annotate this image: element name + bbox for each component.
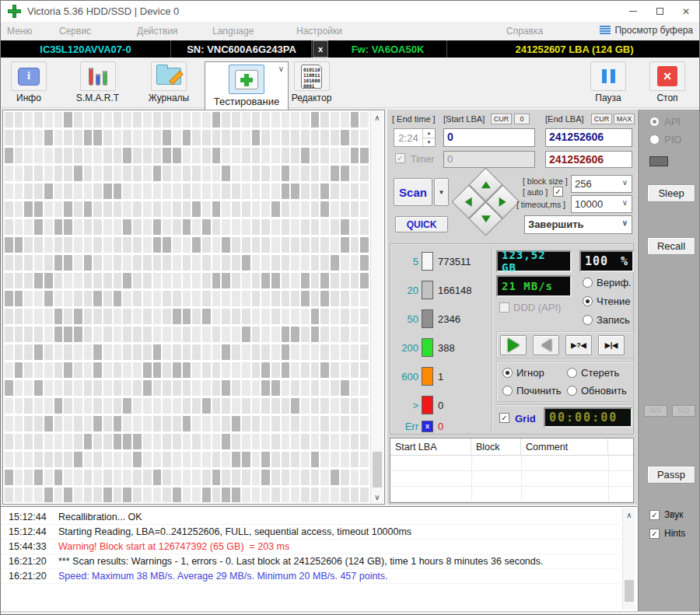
smart-button[interactable]: S.M.A.R.T	[65, 61, 131, 103]
scroll-up-icon[interactable]	[371, 111, 383, 124]
start-cur-button[interactable]: CUR	[491, 114, 512, 124]
timeout-select[interactable]: 10000	[571, 195, 632, 213]
sound-checkbox[interactable]	[649, 510, 660, 520]
sound-option[interactable]: Звук	[649, 509, 684, 520]
wr-button[interactable]: WR	[644, 405, 667, 417]
grid-scrollbar[interactable]	[370, 111, 383, 503]
grid-scroll-thumb[interactable]	[373, 452, 382, 487]
scan-block	[153, 380, 162, 396]
api-option[interactable]: API	[649, 116, 681, 128]
scan-block	[202, 380, 211, 396]
menu-settings[interactable]: Настройки	[296, 26, 342, 37]
scan-block	[44, 327, 53, 342]
scan-block	[114, 309, 122, 324]
elapsed-time-display: 00:00:00	[544, 407, 632, 428]
table-row[interactable]	[390, 487, 633, 502]
device-close-button[interactable]: x	[313, 40, 328, 58]
info-button[interactable]: i Инфо	[5, 61, 52, 103]
hints-option[interactable]: Hints	[649, 528, 685, 539]
pio-radio[interactable]	[649, 135, 660, 145]
passp-button[interactable]: Passp	[647, 466, 695, 484]
sleep-button[interactable]: Sleep	[647, 184, 695, 202]
hints-checkbox[interactable]	[649, 529, 660, 539]
stop-button[interactable]: ✕ Стоп	[645, 61, 690, 103]
end-max-button[interactable]: MAX	[614, 114, 635, 124]
log-scroll-up-icon[interactable]	[623, 508, 635, 521]
random-read-button[interactable]: ▶?◀	[565, 335, 592, 355]
butterfly-read-button[interactable]: ▶|◀	[598, 335, 625, 355]
ignore-option[interactable]: Игнор	[502, 367, 544, 379]
scan-block	[24, 416, 33, 432]
api-radio[interactable]	[649, 117, 660, 127]
menu-service[interactable]: Сервис	[59, 26, 91, 37]
scan-dropdown-icon[interactable]: ▼	[434, 178, 449, 206]
defect-col-comment[interactable]: Comment	[521, 439, 608, 456]
start-lba-input[interactable]: 0	[443, 128, 535, 147]
erase-radio[interactable]	[567, 368, 577, 378]
scan-block	[341, 273, 349, 288]
ddd-api-option[interactable]: DDD (API)	[499, 302, 561, 313]
refresh-option[interactable]: Обновить	[567, 385, 627, 397]
erase-option[interactable]: Стереть	[567, 367, 619, 379]
testing-button[interactable]: Тестирование	[205, 61, 289, 110]
repair-radio[interactable]	[502, 386, 513, 396]
write-radio[interactable]	[583, 315, 593, 325]
play-forward-button[interactable]	[500, 335, 527, 355]
menu-main[interactable]: Меню	[7, 26, 32, 37]
log-scrollbar[interactable]	[622, 508, 635, 610]
menu-help[interactable]: Справка	[506, 26, 543, 37]
scan-block	[331, 255, 339, 271]
timer-checkbox[interactable]	[395, 153, 405, 163]
buffer-view-button[interactable]: Просмотр буфера	[600, 25, 693, 36]
refresh-radio[interactable]	[567, 386, 577, 396]
menu-actions[interactable]: Действия	[137, 26, 178, 37]
repair-option[interactable]: Починить	[502, 385, 562, 397]
pause-button[interactable]: Пауза	[586, 61, 631, 103]
scan-block	[24, 130, 33, 145]
verify-radio[interactable]	[583, 278, 593, 288]
maximize-button[interactable]	[646, 1, 673, 22]
rd-button[interactable]: RD	[672, 405, 695, 417]
bin-label: >	[390, 400, 418, 411]
minimize-button[interactable]	[620, 1, 646, 22]
ignore-radio[interactable]	[502, 368, 513, 378]
grid-checkbox[interactable]	[499, 413, 509, 423]
auto-checkbox[interactable]	[553, 187, 563, 197]
start-zero-button[interactable]: 0	[514, 114, 530, 124]
quick-button[interactable]: QUICK	[395, 216, 448, 232]
table-row[interactable]	[390, 471, 633, 487]
scan-block	[44, 183, 53, 199]
end-time-spinner[interactable]: 2:24 ▲▼	[394, 128, 436, 147]
verify-option[interactable]: Вериф.	[583, 277, 632, 288]
table-row[interactable]	[390, 456, 633, 471]
read-option[interactable]: Чтение	[583, 295, 630, 307]
recall-button[interactable]: Recall	[647, 237, 695, 255]
histogram-row: 5 773511	[390, 252, 471, 271]
editor-button[interactable]: 010110 110011 101000 0001 Редактор	[282, 61, 341, 103]
scan-block	[93, 470, 102, 485]
defect-col-block[interactable]: Block	[471, 439, 521, 456]
after-scan-select[interactable]: Завершить	[524, 215, 632, 234]
end-cur-button[interactable]: CUR	[591, 114, 612, 124]
log-scroll-thumb[interactable]	[625, 580, 634, 602]
play-back-button[interactable]	[533, 335, 559, 355]
scan-block	[24, 362, 33, 378]
scan-block	[163, 434, 171, 449]
pio-option[interactable]: PIO	[649, 134, 681, 145]
scan-button[interactable]: Scan	[394, 178, 432, 206]
percent-value: 100	[585, 254, 608, 268]
end-lba-input[interactable]: 241252606	[545, 128, 632, 147]
read-radio[interactable]	[583, 296, 593, 306]
defect-col-startlba[interactable]: Start LBA	[390, 439, 471, 456]
bin-count: 2346	[438, 313, 460, 325]
journals-button[interactable]: Журналы	[138, 61, 200, 103]
write-option[interactable]: Запись	[583, 314, 630, 326]
close-button[interactable]	[673, 1, 699, 22]
block-size-select[interactable]: 256	[571, 175, 632, 193]
menu-language[interactable]: Language	[212, 26, 254, 37]
ddd-checkbox[interactable]	[499, 302, 509, 313]
scan-block	[311, 255, 320, 271]
scroll-down-icon[interactable]	[371, 491, 383, 503]
scan-block	[202, 291, 211, 306]
spinner-arrows-icon[interactable]: ▲▼	[422, 129, 435, 146]
